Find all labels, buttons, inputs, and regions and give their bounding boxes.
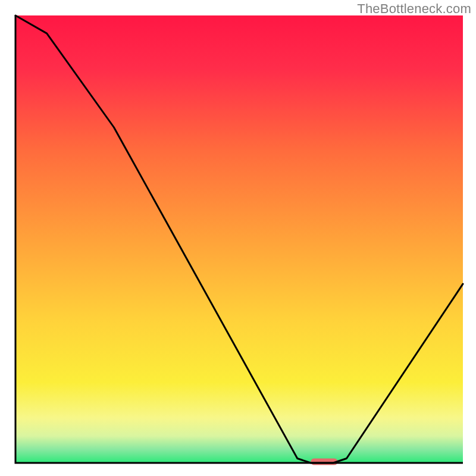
watermark-text: TheBottleneck.com xyxy=(357,1,471,17)
chart-svg xyxy=(0,0,476,476)
optimal-range-marker xyxy=(311,459,337,465)
bottleneck-chart: TheBottleneck.com xyxy=(0,0,476,476)
